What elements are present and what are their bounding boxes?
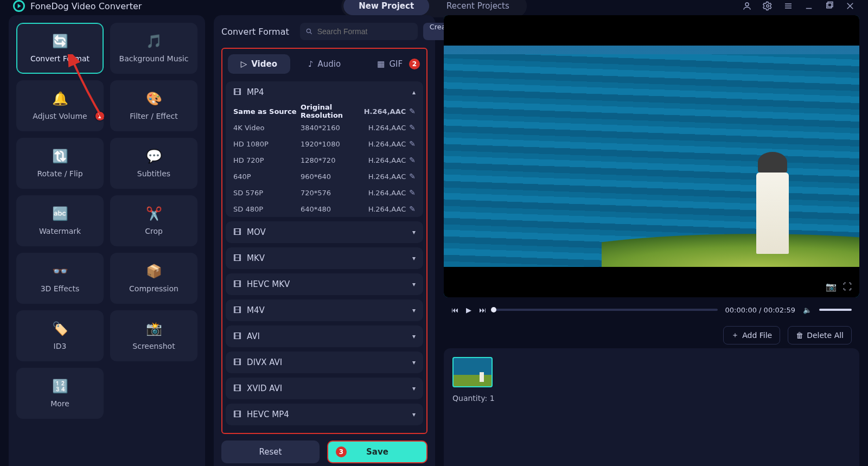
format-head-hevc-mp4[interactable]: 🎞HEVC MP4▾: [226, 404, 423, 425]
format-head-mov[interactable]: 🎞MOV▾: [226, 221, 423, 243]
minimize-icon[interactable]: [804, 1, 814, 11]
delete-all-button[interactable]: 🗑 Delete All: [788, 326, 852, 344]
preset-label: 4K Video: [233, 124, 301, 132]
format-head-m4v[interactable]: 🎞M4V▾: [226, 299, 423, 321]
chevron-down-icon: ▾: [412, 359, 416, 366]
format-row[interactable]: Same as SourceOriginal ResolutionH.264,A…: [226, 103, 423, 119]
tool-screenshot[interactable]: 📸Screenshot: [110, 310, 197, 361]
id3-label: ID3: [54, 342, 67, 350]
file-action-bar: ＋ Add File 🗑 Delete All: [444, 322, 859, 348]
tool-id3[interactable]: 🏷️ID3: [16, 310, 104, 361]
rotate-flip-icon: 🔃: [52, 149, 68, 164]
preset-codec: H.264,AAC: [368, 140, 406, 148]
chevron-down-icon: ▾: [412, 228, 416, 236]
search-format-input[interactable]: [300, 23, 418, 40]
compression-label: Compression: [129, 284, 178, 293]
add-file-label: Add File: [742, 331, 772, 340]
chevron-down-icon: ▾: [412, 280, 416, 288]
film-icon: 🎞: [233, 305, 241, 315]
time-display: 00:00:00 / 00:02:59: [725, 306, 795, 314]
tool-watermark[interactable]: 🔤Watermark: [16, 195, 104, 246]
convert-format-panel: Convert Format Create ✕ ▷ Video ♪ Audio: [214, 15, 435, 466]
tool-subtitles[interactable]: 💬Subtitles: [110, 138, 197, 189]
annotation-badge-2: 2: [409, 59, 420, 69]
3d-effects-label: 3D Effects: [41, 284, 80, 293]
panel-title: Convert Format: [221, 27, 289, 37]
edit-icon[interactable]: ✎: [409, 139, 416, 148]
tab-video[interactable]: ▷ Video: [228, 54, 290, 74]
title-bar: FoneDog Video Converter New Project Rece…: [0, 0, 868, 12]
format-head-mkv[interactable]: 🎞MKV▾: [226, 247, 423, 269]
fullscreen-icon[interactable]: ⛶: [843, 282, 852, 292]
tool-filter-effect[interactable]: 🎨Filter / Effect: [110, 80, 197, 131]
format-head-mp4[interactable]: 🎞MP4▴: [226, 81, 423, 103]
format-head-divx-avi[interactable]: 🎞DIVX AVI▾: [226, 352, 423, 373]
delete-all-label: Delete All: [807, 331, 844, 340]
tool-adjust-volume[interactable]: 🔔Adjust Volume1: [16, 80, 104, 131]
edit-icon[interactable]: ✎: [409, 188, 416, 197]
edit-icon[interactable]: ✎: [409, 172, 416, 181]
format-row[interactable]: 4K Video3840*2160H.264,AAC✎: [226, 119, 423, 136]
tool-compression[interactable]: 📦Compression: [110, 253, 197, 304]
edit-icon[interactable]: ✎: [409, 123, 416, 132]
gear-icon[interactable]: [763, 1, 773, 11]
next-icon[interactable]: ⏭: [479, 306, 486, 314]
user-icon[interactable]: [742, 1, 752, 11]
background-music-label: Background Music: [119, 54, 189, 63]
chevron-up-icon: ▴: [412, 88, 416, 96]
app-logo: FoneDog Video Converter: [13, 0, 142, 12]
format-row[interactable]: HD 720P1280*720H.264,AAC✎: [226, 152, 423, 168]
format-group-hevc-mkv: 🎞HEVC MKV▾: [226, 273, 423, 295]
format-row[interactable]: HD 1080P1920*1080H.264,AAC✎: [226, 136, 423, 152]
quantity-display: Quantity: 1: [452, 394, 851, 403]
video-preview[interactable]: 📷 ⛶: [444, 15, 859, 297]
more-label: More: [50, 399, 69, 408]
volume-icon[interactable]: 🔈: [803, 306, 812, 314]
tab-new-project[interactable]: New Project: [343, 0, 429, 15]
tab-audio[interactable]: ♪ Audio: [293, 54, 356, 74]
clip-thumbnail[interactable]: [452, 357, 493, 387]
format-group-mov: 🎞MOV▾: [226, 221, 423, 243]
save-button[interactable]: 3 Save: [327, 441, 427, 463]
tool-convert-format[interactable]: 🔄Convert Format: [16, 23, 104, 74]
watermark-label: Watermark: [39, 227, 81, 235]
close-icon[interactable]: [845, 1, 855, 11]
tool-background-music[interactable]: 🎵Background Music: [110, 23, 197, 74]
tool-more[interactable]: 🔢More: [16, 368, 104, 419]
prev-icon[interactable]: ⏮: [451, 306, 458, 314]
add-file-button[interactable]: ＋ Add File: [723, 326, 780, 344]
format-row[interactable]: 640P960*640H.264,AAC✎: [226, 168, 423, 184]
seek-slider[interactable]: [494, 309, 718, 311]
play-icon[interactable]: ▶: [466, 306, 471, 314]
edit-icon[interactable]: ✎: [409, 107, 416, 116]
format-head-hevc-mkv[interactable]: 🎞HEVC MKV▾: [226, 273, 423, 295]
tool-rotate-flip[interactable]: 🔃Rotate / Flip: [16, 138, 104, 189]
edit-icon[interactable]: ✎: [409, 205, 416, 213]
video-icon: ▷: [241, 59, 247, 69]
player-bar: ⏮ ▶ ⏭ 00:00:00 / 00:02:59 🔈: [444, 297, 859, 322]
search-field[interactable]: [317, 27, 412, 36]
format-row[interactable]: SD 480P640*480H.264,AAC✎: [226, 201, 423, 217]
menu-icon[interactable]: [783, 1, 793, 11]
maximize-icon[interactable]: [825, 1, 834, 11]
format-head-xvid-avi[interactable]: 🎞XVID AVI▾: [226, 378, 423, 399]
film-icon: 🎞: [233, 279, 241, 289]
media-type-tabs: ▷ Video ♪ Audio ▦ GIF 2: [226, 52, 423, 76]
tool-crop[interactable]: ✂️Crop: [110, 195, 197, 246]
format-group-divx-avi: 🎞DIVX AVI▾: [226, 352, 423, 373]
edit-icon[interactable]: ✎: [409, 156, 416, 164]
watermark-icon: 🔤: [52, 206, 68, 221]
crop-icon: ✂️: [146, 206, 162, 221]
format-row[interactable]: SD 576P720*576H.264,AAC✎: [226, 184, 423, 201]
format-head-avi[interactable]: 🎞AVI▾: [226, 325, 423, 347]
reset-button[interactable]: Reset: [221, 441, 320, 463]
id3-icon: 🏷️: [52, 321, 68, 336]
crop-label: Crop: [145, 227, 163, 235]
svg-rect-7: [828, 2, 833, 7]
tool-3d-effects[interactable]: 👓3D Effects: [16, 253, 104, 304]
tab-recent-projects[interactable]: Recent Projects: [431, 0, 525, 15]
gif-icon: ▦: [377, 59, 385, 69]
preview-column: 📷 ⛶ ⏮ ▶ ⏭ 00:00:00 / 00:02:59 🔈 ＋ Add Fi…: [444, 15, 859, 466]
camera-icon[interactable]: 📷: [826, 282, 837, 292]
volume-slider[interactable]: [819, 309, 852, 311]
